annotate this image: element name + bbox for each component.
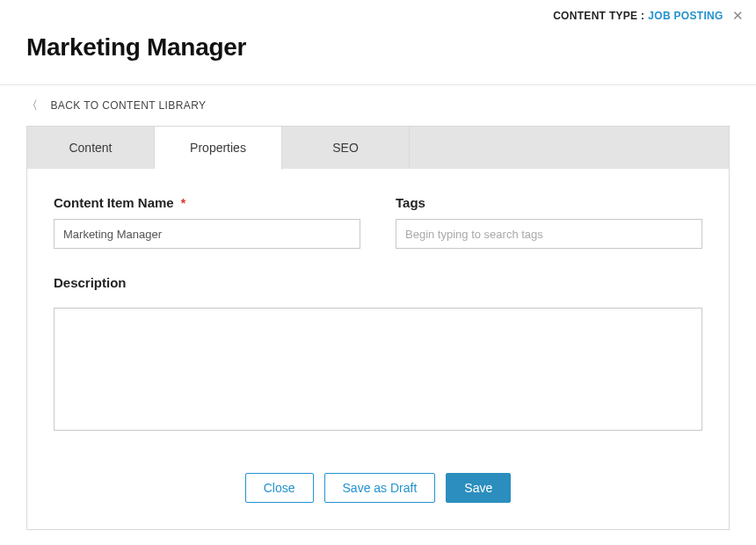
content-item-name-input[interactable] — [54, 219, 360, 249]
close-button[interactable]: Close — [245, 473, 314, 503]
button-row: Close Save as Draft Save — [54, 473, 702, 503]
content-type-value: JOB POSTING — [648, 10, 723, 22]
save-as-draft-button[interactable]: Save as Draft — [324, 473, 436, 503]
back-to-library-link[interactable]: 〈 BACK TO CONTENT LIBRARY — [0, 85, 756, 126]
tab-properties[interactable]: Properties — [155, 127, 282, 170]
required-star-icon: * — [181, 196, 185, 210]
tags-input[interactable] — [396, 219, 702, 249]
save-button[interactable]: Save — [446, 473, 511, 503]
description-label: Description — [54, 275, 702, 290]
tags-label-text: Tags — [396, 195, 425, 210]
tab-seo[interactable]: SEO — [282, 127, 410, 169]
tabs-bar: Content Properties SEO — [27, 127, 729, 169]
name-label-text: Content Item Name — [54, 195, 174, 210]
tab-content[interactable]: Content — [27, 127, 155, 169]
description-textarea[interactable] — [54, 308, 702, 431]
content-item-name-label: Content Item Name * — [54, 195, 360, 210]
tab-panel: Content Properties SEO Content Item Name… — [26, 126, 730, 530]
description-label-text: Description — [54, 275, 127, 290]
form-area: Content Item Name * Tags Description — [27, 169, 729, 529]
content-type-label: CONTENT TYPE : — [553, 10, 644, 22]
tags-label: Tags — [396, 195, 702, 210]
close-icon[interactable]: ✕ — [732, 9, 744, 22]
back-link-label: BACK TO CONTENT LIBRARY — [50, 99, 206, 112]
chevron-left-icon: 〈 — [26, 98, 38, 113]
